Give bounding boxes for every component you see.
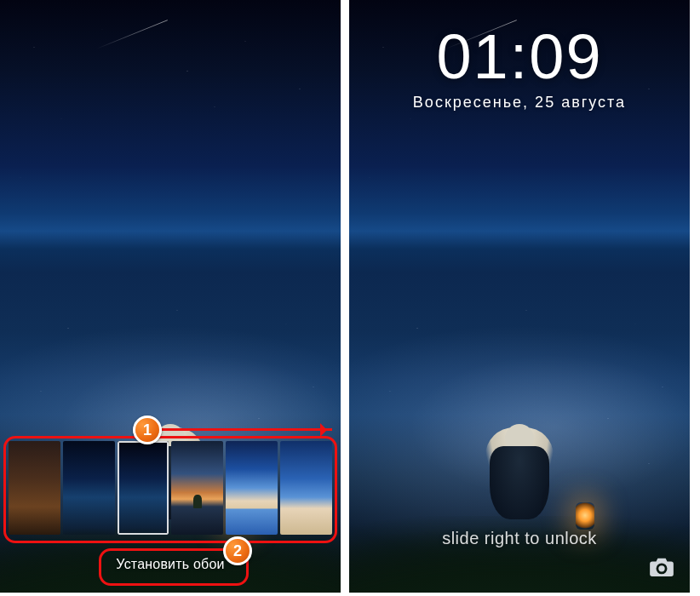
camera-icon-svg	[649, 557, 674, 577]
lockscreen-time: 01:09	[349, 26, 690, 89]
annotation-badge-1: 1	[133, 415, 162, 444]
wallpaper-thumb-4[interactable]	[171, 441, 223, 535]
set-wallpaper-button[interactable]: Установить обои	[104, 552, 236, 577]
screen-lockscreen[interactable]: 01:09 Воскресенье, 25 августа slide righ…	[349, 0, 690, 593]
unlock-hint[interactable]: slide right to unlock	[349, 529, 690, 548]
wallpaper-thumbnail-strip[interactable]	[9, 441, 332, 535]
wallpaper-thumb-2[interactable]	[63, 441, 115, 535]
camera-icon[interactable]	[649, 557, 674, 577]
wallpaper-thumb-6[interactable]	[280, 441, 332, 535]
lockscreen-clock: 01:09 Воскресенье, 25 августа	[349, 26, 690, 112]
lockscreen-wallpaper	[349, 261, 690, 486]
annotation-arrow-swipe	[162, 428, 332, 431]
lockscreen-date: Воскресенье, 25 августа	[349, 94, 690, 112]
wallpaper-thumb-1[interactable]	[9, 441, 60, 535]
screen-wallpaper-picker: Установить обои 1 2	[0, 0, 341, 593]
wallpaper-thumb-5[interactable]	[226, 441, 278, 535]
wallpaper-thumb-3[interactable]	[118, 441, 169, 535]
